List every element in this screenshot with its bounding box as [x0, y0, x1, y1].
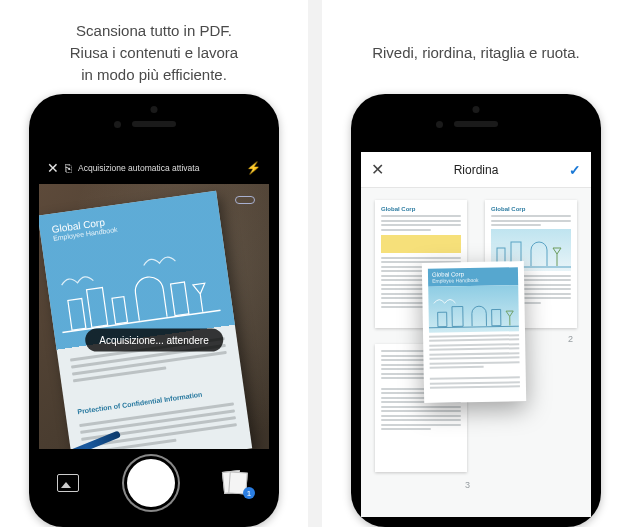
svg-rect-4: [171, 282, 189, 316]
thumb-header: Global Corp: [381, 206, 461, 212]
close-icon[interactable]: ✕: [47, 161, 59, 175]
page-stack-icon[interactable]: 1: [223, 471, 251, 495]
svg-rect-1: [68, 298, 86, 330]
dragging-page[interactable]: Global Corp Employee Handbook: [422, 261, 526, 403]
svg-rect-11: [492, 309, 501, 325]
svg-rect-10: [452, 306, 463, 326]
panel-divider: [308, 0, 322, 527]
camera-viewport: Global Corp Employee Handbook: [39, 184, 269, 484]
page-number-3: 3: [465, 480, 470, 490]
scan-bottombar: 1: [39, 449, 269, 517]
auto-capture-icon[interactable]: ⎘: [65, 162, 72, 174]
gallery-icon[interactable]: [57, 474, 79, 492]
auto-capture-label: Acquisizione automatica attivata: [78, 163, 199, 173]
caption-right: Rivedi, riordina, ritaglia e ruota.: [364, 18, 588, 88]
phone-mockup-right: ✕ Riordina ✓ Global Corp Global Corp: [351, 94, 601, 527]
svg-rect-3: [112, 297, 128, 324]
drag-subtitle: Employee Handbook: [432, 276, 514, 283]
caption-left: Scansiona tutto in PDF. Riusa i contenut…: [62, 18, 246, 88]
shutter-button[interactable]: [127, 459, 175, 507]
screenshot-panel-right: Rivedi, riordina, ritaglia e ruota. ✕ Ri…: [322, 0, 630, 527]
reorder-title: Riordina: [454, 163, 499, 177]
confirm-icon[interactable]: ✓: [569, 162, 581, 178]
flash-icon[interactable]: ⚡: [246, 161, 261, 175]
phone-screen-scan: ✕ ⎘ Acquisizione automatica attivata ⚡ G…: [39, 152, 269, 517]
scan-topbar: ✕ ⎘ Acquisizione automatica attivata ⚡: [39, 152, 269, 184]
svg-rect-9: [438, 312, 447, 327]
page-count-badge: 1: [243, 487, 255, 499]
phone-screen-reorder: ✕ Riordina ✓ Global Corp Global Corp: [361, 152, 591, 517]
close-icon[interactable]: ✕: [371, 160, 384, 179]
thumb-header: Global Corp: [491, 206, 571, 212]
reorder-topbar: ✕ Riordina ✓: [361, 152, 591, 188]
svg-rect-2: [87, 287, 108, 327]
screenshot-panel-left: Scansiona tutto in PDF. Riusa i contenut…: [0, 0, 308, 527]
reorder-grid[interactable]: Global Corp Global Corp: [361, 188, 591, 517]
paperclip-decor: [235, 196, 255, 204]
page-number-2: 2: [568, 334, 573, 344]
phone-mockup-left: ✕ ⎘ Acquisizione automatica attivata ⚡ G…: [29, 94, 279, 527]
capture-toast: Acquisizione... attendere: [85, 329, 223, 352]
